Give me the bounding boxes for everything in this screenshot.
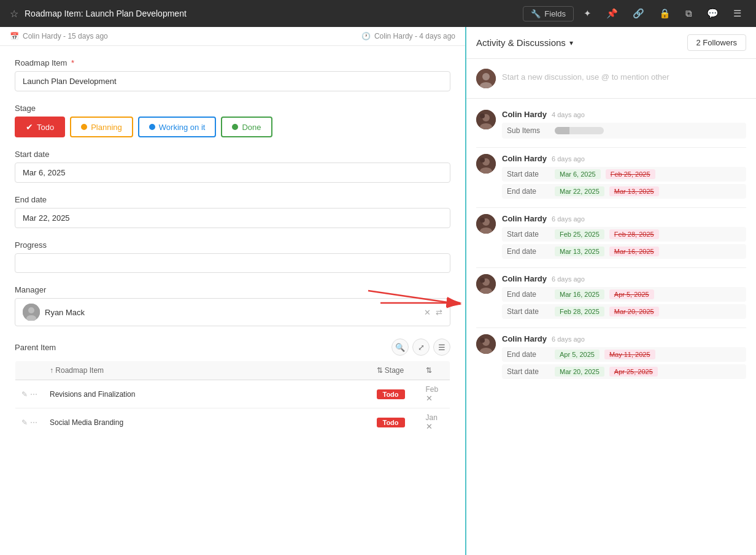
activity-item: Colin Hardy 4 days ago Sub Items [466,104,756,147]
stage-todo-button[interactable]: ✔ Todo [15,117,65,137]
activity-content: Colin Hardy 6 days ago End date Apr 5, 2… [502,334,746,381]
pin-icon[interactable]: 📌 [601,6,623,21]
activity-username: Colin Hardy [502,214,547,223]
activity-item: Colin Hardy 6 days ago Start date Feb 25… [466,208,756,267]
calendar-icon: 📅 [10,32,19,40]
menu-icon[interactable]: ☰ [728,6,746,21]
activity-discussions-button[interactable]: Activity & Discussions ▾ [476,37,573,48]
roadmap-item-input[interactable] [15,71,450,91]
row-stage: Todo [371,408,420,437]
change-new-value: Mar 6, 2025 [555,169,601,179]
row-name: Revisions and Finalization [44,380,371,408]
svg-point-21 [480,278,485,283]
stage-planning-button[interactable]: Planning [70,117,133,137]
activity-content: Colin Hardy 6 days ago End date Mar 16, … [502,274,746,321]
parent-item-header: Parent Item 🔍 ⤢ ☰ [15,339,450,356]
parent-item-actions: 🔍 ⤢ ☰ [392,339,450,356]
stage-working-button[interactable]: Working on it [138,117,217,137]
change-old-value: May 11, 2025 [604,350,655,359]
change-label: Start date [507,170,550,178]
stage-done-button[interactable]: Done [221,117,272,137]
change-row: End date Mar 16, 2025 Apr 5, 2025 [502,287,746,302]
progress-group: Progress [15,240,450,273]
duplicate-icon[interactable]: ⧉ [681,6,697,21]
comment-icon[interactable]: 💬 [702,6,723,21]
row-icons-cell: ✎ ⋯ [15,408,44,437]
dots-icon[interactable]: ⋯ [30,418,37,427]
activity-avatar [476,154,496,174]
change-old-value: Apr 5, 2025 [609,289,654,299]
change-row: Start date Mar 6, 2025 Feb 25, 2025 [502,167,746,182]
activity-feed: Colin Hardy 4 days ago Sub Items [466,99,756,555]
link-icon[interactable]: 🔗 [628,6,649,21]
change-old-value: Mar 13, 2025 [609,186,659,196]
parent-expand-button[interactable]: ⤢ [412,339,430,356]
stage-label: Stage [15,104,450,113]
progress-bar-container[interactable] [15,253,450,273]
activity-user-line: Colin Hardy 6 days ago [502,274,746,283]
lock-icon[interactable]: 🔒 [654,6,676,21]
star-icon[interactable]: ☆ [10,8,18,20]
manager-avatar [23,304,40,321]
stage-buttons: ✔ Todo Planning Working on it Done [15,117,450,137]
manager-group: Manager Ryan Mack ✕ [15,285,450,326]
svg-point-17 [480,218,485,223]
activity-item: Colin Hardy 6 days ago End date Apr 5, 2… [466,328,756,388]
edit-icon[interactable]: ✎ [21,390,28,399]
start-date-group: Start date [15,150,450,183]
parent-table: ↑ Roadmap Item ⇅ Stage ⇅ [15,361,450,437]
start-date-input[interactable] [15,163,450,183]
roadmap-item-group: Roadmap Item * [15,58,450,91]
row-name: Social Media Branding [44,408,371,437]
row-stage: Todo [371,380,420,408]
change-old-value: Mar 16, 2025 [609,247,659,256]
change-row: End date Apr 5, 2025 May 11, 2025 [502,347,746,362]
top-bar-right: 🔧 Fields ✦ 📌 🔗 🔒 ⧉ 💬 ☰ [523,6,746,21]
change-new-value: Apr 5, 2025 [555,350,600,359]
working-on-label: Working on it [159,123,206,132]
manager-remove-button[interactable]: ✕ [424,308,431,317]
row-date: Feb ✕ [420,380,450,408]
edit-icon[interactable]: ✎ [21,418,28,427]
activity-user-line: Colin Hardy 4 days ago [502,110,746,119]
row-remove-button[interactable]: ✕ [426,394,433,403]
activity-time: 6 days ago [552,155,585,163]
th-date: ⇅ [420,361,450,380]
manager-edit-button[interactable]: ⇄ [436,308,442,317]
parent-search-button[interactable]: 🔍 [392,339,409,356]
change-new-value: Mar 22, 2025 [555,186,604,196]
activity-time: 6 days ago [552,275,585,283]
parent-menu-button[interactable]: ☰ [433,339,450,356]
panel-header-right: 🕐 Colin Hardy - 4 days ago [361,32,455,40]
change-row: Start date Feb 28, 2025 Mar 20, 2025 [502,304,746,319]
fields-button[interactable]: 🔧 Fields [523,6,574,21]
change-new-value: Feb 25, 2025 [555,229,604,239]
discussion-placeholder[interactable]: Start a new discussion, use @ to mention… [502,69,669,82]
followers-button[interactable]: 2 Followers [687,34,746,51]
activity-username: Colin Hardy [502,334,547,343]
manager-field: Ryan Mack ✕ ⇄ [15,298,450,326]
th-stage: ⇅ Stage [371,361,420,380]
row-icons: ✎ ⋯ [21,390,37,399]
activity-user-line: Colin Hardy 6 days ago [502,334,746,343]
manager-info: Ryan Mack [23,304,85,321]
activity-username: Colin Hardy [502,274,547,283]
row-icons: ✎ ⋯ [21,418,37,427]
page-title: Roadmap Item: Launch Plan Development [25,9,187,18]
move-icon[interactable]: ✦ [579,6,596,21]
svg-point-9 [480,113,485,118]
change-label: End date [507,187,550,196]
change-row: Start date Mar 20, 2025 Apr 25, 2025 [502,364,746,379]
row-date: Jan ✕ [420,408,450,437]
svg-point-4 [482,73,490,80]
end-date-group: End date [15,195,450,228]
table-row: ✎ ⋯ Revisions and Finalization Todo Feb … [15,380,450,408]
change-label: End date [507,247,550,256]
end-date-input[interactable] [15,208,450,228]
clock-icon: 🕐 [361,32,371,40]
activity-avatar [476,110,496,129]
activity-user-line: Colin Hardy 6 days ago [502,154,746,163]
dots-icon[interactable]: ⋯ [30,390,37,399]
row-remove-button[interactable]: ✕ [426,422,433,431]
discussion-input-area: Start a new discussion, use @ to mention… [466,59,756,99]
